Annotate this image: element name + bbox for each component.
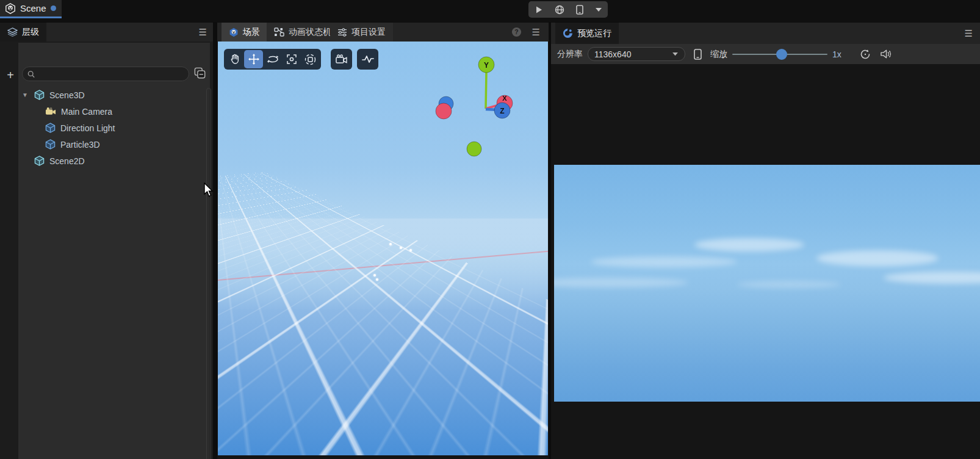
hierarchy-tab-label: 层级 xyxy=(22,27,39,38)
cloud xyxy=(737,281,841,288)
scene-document-tab[interactable]: Scene xyxy=(0,0,62,18)
particle-dot xyxy=(373,274,376,276)
unsaved-indicator-dot xyxy=(51,5,56,11)
gizmo-space-button[interactable] xyxy=(301,50,320,68)
node-cube-icon xyxy=(45,123,56,133)
hand-icon xyxy=(229,54,240,65)
cloud xyxy=(884,272,980,284)
stats-tool-group xyxy=(357,49,378,70)
tab-anim-state-machine[interactable]: 动画状态机 xyxy=(267,23,339,42)
tab-project-settings[interactable]: 项目设置 xyxy=(330,23,393,42)
hierarchy-search-input[interactable] xyxy=(38,70,184,79)
editor-tabstrip: 场景 动画状态机 项目设置 ? xyxy=(217,23,549,42)
scene-tab-label: Scene xyxy=(20,3,46,13)
add-node-button[interactable]: + xyxy=(4,69,16,81)
layers-icon xyxy=(7,27,18,37)
scene-tab-logo-icon xyxy=(229,27,239,37)
move-tool-button[interactable] xyxy=(244,50,263,68)
scene-cube-icon xyxy=(34,90,45,100)
cloud xyxy=(694,238,804,251)
top-bar: Scene xyxy=(0,0,980,22)
axis-z-label: Z xyxy=(500,107,504,115)
gizmo-icon xyxy=(304,54,316,65)
particle-dot xyxy=(376,278,378,281)
hierarchy-body: + ▼ Scene3D xyxy=(0,42,213,459)
pan-tool-button[interactable] xyxy=(225,50,244,68)
hierarchy-panel: 层级 ☰ + ▼ xyxy=(0,23,213,459)
camera-preview-button[interactable] xyxy=(332,50,351,68)
orientation-gizmo[interactable]: X Y Z xyxy=(427,55,525,162)
run-target-dropdown[interactable] xyxy=(595,7,602,12)
axis-x-label: X xyxy=(502,95,507,102)
zoom-slider-thumb[interactable] xyxy=(776,49,787,60)
rotate-icon xyxy=(267,54,279,65)
state-machine-icon xyxy=(274,27,284,37)
cloud xyxy=(591,256,737,267)
zoom-slider[interactable] xyxy=(732,50,827,59)
tab-scene[interactable]: 场景 xyxy=(222,23,267,42)
hierarchy-scrollbar[interactable] xyxy=(206,88,211,459)
hierarchy-tabstrip: 层级 ☰ xyxy=(0,23,213,42)
resolution-label: 分辨率 xyxy=(557,49,583,60)
preview-run-icon xyxy=(563,28,573,38)
restart-icon[interactable] xyxy=(860,49,871,60)
particle-dot xyxy=(400,247,402,249)
preview-tab-label: 预览运行 xyxy=(577,28,611,39)
axis-neg-y-handle[interactable] xyxy=(467,142,481,156)
expander-icon[interactable]: ▼ xyxy=(22,92,31,98)
orientation-toggle-icon[interactable] xyxy=(694,49,702,60)
web-run-button[interactable] xyxy=(555,5,564,15)
scene-cube-icon xyxy=(34,156,45,166)
tab-hierarchy[interactable]: 层级 xyxy=(0,23,46,42)
search-icon xyxy=(27,70,35,78)
scale-tool-button[interactable] xyxy=(282,50,301,68)
tree-row-main-camera[interactable]: Main Camera xyxy=(0,103,206,120)
tree-row-scene3d[interactable]: ▼ Scene3D xyxy=(0,87,206,103)
particle-dot xyxy=(389,243,392,245)
search-box[interactable] xyxy=(22,67,189,81)
node-label: Scene3D xyxy=(49,90,85,100)
node-label: Scene2D xyxy=(49,156,85,166)
transform-tool-group xyxy=(224,49,321,70)
play-button[interactable] xyxy=(535,5,543,14)
editor-menu-icon[interactable]: ☰ xyxy=(532,27,540,37)
tree-row-particle3d[interactable]: Particle3D xyxy=(0,136,206,153)
preview-toolbar: 分辨率 1136x640 缩放 1x xyxy=(551,44,980,64)
chevron-down-icon xyxy=(672,52,679,56)
help-icon[interactable]: ? xyxy=(511,27,522,37)
zoom-label: 缩放 xyxy=(710,49,727,60)
game-preview-view[interactable] xyxy=(554,165,980,402)
node-label: Particle3D xyxy=(60,140,100,150)
tree-row-direction-light[interactable]: Direction Light xyxy=(0,120,206,136)
tree-row-scene2d[interactable]: Scene2D xyxy=(0,153,206,169)
editor-tab-label: 场景 xyxy=(243,27,260,38)
mute-icon[interactable] xyxy=(881,49,893,59)
preview-panel: 预览运行 ☰ 分辨率 1136x640 缩放 1x xyxy=(551,23,980,459)
run-controls xyxy=(528,1,608,18)
stats-button[interactable] xyxy=(358,50,377,68)
scene-viewport[interactable]: X Y Z xyxy=(218,42,548,455)
collapse-all-icon[interactable] xyxy=(194,67,206,79)
preview-menu-icon[interactable]: ☰ xyxy=(965,29,973,38)
camera-tool-group xyxy=(331,49,352,70)
rotate-tool-button[interactable] xyxy=(263,50,282,68)
mouse-cursor xyxy=(204,183,215,198)
particle-dot xyxy=(409,249,412,251)
resolution-value: 1136x640 xyxy=(594,49,631,59)
preview-tabstrip: 预览运行 ☰ xyxy=(551,23,980,44)
axis-neg-x-handle[interactable] xyxy=(436,103,452,119)
waveform-icon xyxy=(362,55,374,63)
settings-sliders-icon xyxy=(337,28,347,37)
preview-body xyxy=(551,64,980,459)
app-logo-icon xyxy=(5,3,16,14)
scale-icon xyxy=(286,54,297,65)
tab-preview-run[interactable]: 预览运行 xyxy=(555,23,619,44)
camera-icon xyxy=(45,107,56,116)
resolution-select[interactable]: 1136x640 xyxy=(588,47,685,61)
cloud xyxy=(816,250,939,266)
editor-tab-label: 项目设置 xyxy=(351,27,386,38)
mobile-run-button[interactable] xyxy=(576,5,583,15)
hierarchy-menu-icon[interactable]: ☰ xyxy=(199,27,207,37)
move-icon xyxy=(248,54,259,65)
hierarchy-tree: ▼ Scene3D Main Camera xyxy=(0,87,206,169)
